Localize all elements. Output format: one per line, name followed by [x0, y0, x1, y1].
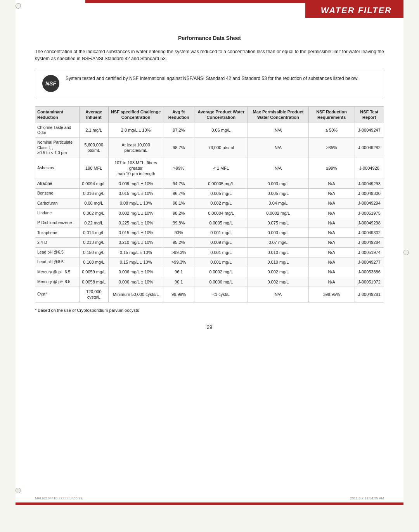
table-cell: N/A [308, 277, 355, 287]
table-cell: 98.7% [163, 137, 194, 158]
table-cell: N/A [308, 198, 355, 208]
table-cell: ≥99.95% [308, 287, 355, 302]
table-cell: 0.0002 mg/L [248, 208, 308, 218]
table-row: Lead pH @8.50.160 mg/L0.15 mg/L ± 10%>99… [35, 257, 384, 267]
table-cell: J-00049300 [355, 188, 384, 198]
table-cell: 0.210 mg/L ± 10% [109, 238, 163, 247]
table-cell: J-00051975 [355, 208, 384, 218]
table-cell: 0.006 mg/L ± 10% [109, 277, 163, 287]
table-cell: Nominal Particulate Class I, , ≥0.5 to <… [35, 137, 80, 158]
table-cell: 0.016 mg/L [79, 188, 109, 198]
bottom-info-right: 2011.4.7 11:54:35 AM [350, 496, 384, 500]
table-body: Chlorine Taste and Odor2.1 mg/L2.0 mg/L … [35, 123, 384, 302]
table-cell: 0.010 mg/L [248, 257, 308, 267]
table-cell: J-00049247 [355, 123, 384, 137]
table-cell: 99.99% [163, 287, 194, 302]
table-cell: 0.15 mg/L ± 10% [109, 247, 163, 257]
table-cell: At least 10,000 particles/mL [109, 137, 163, 158]
table-cell: J-00049302 [355, 228, 384, 238]
page: WATER FILTER Performance Data Sheet The … [16, 0, 403, 505]
table-cell: 99.8% [163, 218, 194, 228]
table-cell: 0.010 mg/L [248, 247, 308, 257]
table-cell: 0.002 mg/L [194, 198, 248, 208]
table-cell: 120,000 cysts/L [79, 287, 109, 302]
col-header-avg-influent: Average Influent [79, 107, 109, 123]
table-cell: N/A [308, 179, 355, 188]
binding-mark-bottom [16, 488, 21, 493]
performance-table: Contaminant Reduction Average Influent N… [35, 106, 384, 303]
table-cell: >99.3% [163, 257, 194, 267]
table-cell: 0.04 mg/L [248, 198, 308, 208]
table-cell: 0.002 mg/L [248, 267, 308, 277]
table-cell: 0.002 mg/L [248, 277, 308, 287]
nsf-certification-text: System tested and certified by NSF Inter… [66, 75, 358, 82]
table-cell: 0.001 mg/L [194, 247, 248, 257]
table-cell: 73,000 pts/ml [194, 137, 248, 158]
table-cell: <1 cyst/L [194, 287, 248, 302]
page-number: 29 [35, 324, 384, 330]
table-cell: 0.06 mg/L [194, 123, 248, 137]
table-row: Chlorine Taste and Odor2.1 mg/L2.0 mg/L … [35, 123, 384, 137]
table-cell: 98.2% [163, 208, 194, 218]
table-cell: 0.009 mg/L [194, 238, 248, 247]
col-header-avg-reduction: Avg % Reduction [163, 107, 194, 123]
table-cell: 0.0005 mg/L [194, 218, 248, 228]
col-header-nsf-test-report: NSF Test Report [355, 107, 384, 123]
water-filter-banner: WATER FILTER [305, 3, 403, 18]
binding-mark-mid [403, 250, 409, 255]
table-row: Nominal Particulate Class I, , ≥0.5 to <… [35, 137, 384, 158]
table-cell: 0.006 mg/L ± 10% [109, 267, 163, 277]
table-cell: 98.1% [163, 198, 194, 208]
table-cell: 0.0002 mg/L [194, 267, 248, 277]
table-cell: 2.0 mg/L ± 10% [109, 123, 163, 137]
col-header-contaminant: Contaminant Reduction [35, 107, 80, 123]
top-bar [85, 0, 403, 3]
table-cell: N/A [308, 218, 355, 228]
table-cell: 0.015 mg/L ± 10% [109, 188, 163, 198]
table-row: Lead pH @6.50.150 mg/L0.15 mg/L ± 10%>99… [35, 247, 384, 257]
nsf-logo: NSF [42, 75, 59, 92]
page-title: Performance Data Sheet [35, 35, 384, 41]
table-cell: 95.2% [163, 238, 194, 247]
table-cell: Chlorine Taste and Odor [35, 123, 80, 137]
table-cell: 0.005 mg/L [194, 188, 248, 198]
table-cell: 0.001 mg/L [194, 228, 248, 238]
table-cell: 0.150 mg/L [79, 247, 109, 257]
table-cell: Lindane [35, 208, 80, 218]
table-cell: Cyst* [35, 287, 80, 302]
table-row: Benzene0.016 mg/L0.015 mg/L ± 10%96.7%0.… [35, 188, 384, 198]
table-cell: 0.003 mg/L [248, 228, 308, 238]
table-cell: 96.1 [163, 267, 194, 277]
table-cell: J-00049293 [355, 179, 384, 188]
table-cell: Mercury @ pH 8.5 [35, 277, 80, 287]
table-cell: J-00049298 [355, 218, 384, 228]
table-cell: 0.0006 mg/L [194, 277, 248, 287]
table-cell: ≥99% [308, 158, 355, 179]
table-row: Toxaphene0.014 mg/L0.015 mg/L ± 10%93%0.… [35, 228, 384, 238]
table-cell: 0.075 mg/L [248, 218, 308, 228]
nsf-certification-box: NSF System tested and certified by NSF I… [35, 70, 384, 97]
table-cell: 0.015 mg/L ± 10% [109, 228, 163, 238]
table-cell: 0.22 mg/L [79, 218, 109, 228]
table-cell: Mercury @ pH 6.5 [35, 267, 80, 277]
table-cell: N/A [308, 257, 355, 267]
table-cell: Asbestos [35, 158, 80, 179]
table-cell: 0.160 mg/L [79, 257, 109, 267]
table-cell: 93% [163, 228, 194, 238]
bottom-info-left: MFL62184418_□□□□□.indd 29 [35, 496, 82, 500]
table-cell: N/A [308, 208, 355, 218]
table-row: Asbestos190 MFL107 to 108 MFL; fibers gr… [35, 158, 384, 179]
table-cell: Atrazine [35, 179, 80, 188]
table-cell: Toxaphene [35, 228, 80, 238]
table-cell: 0.002 mg/L ± 10% [109, 208, 163, 218]
table-cell: < 1 MFL [194, 158, 248, 179]
table-cell: 0.08 mg/L [79, 198, 109, 208]
table-cell: 0.225 mg/L ± 10% [109, 218, 163, 228]
table-cell: 0.003 mg/L [248, 179, 308, 188]
col-header-avg-product-water: Average Product Water Concentration [194, 107, 248, 123]
table-cell: 90.1 [163, 277, 194, 287]
table-cell: 0.08 mg/L ± 10% [109, 198, 163, 208]
table-cell: N/A [308, 228, 355, 238]
table-cell: 0.009 mg/L ± 10% [109, 179, 163, 188]
table-cell: 107 to 108 MFL; fibers greater than 10 μ… [109, 158, 163, 179]
